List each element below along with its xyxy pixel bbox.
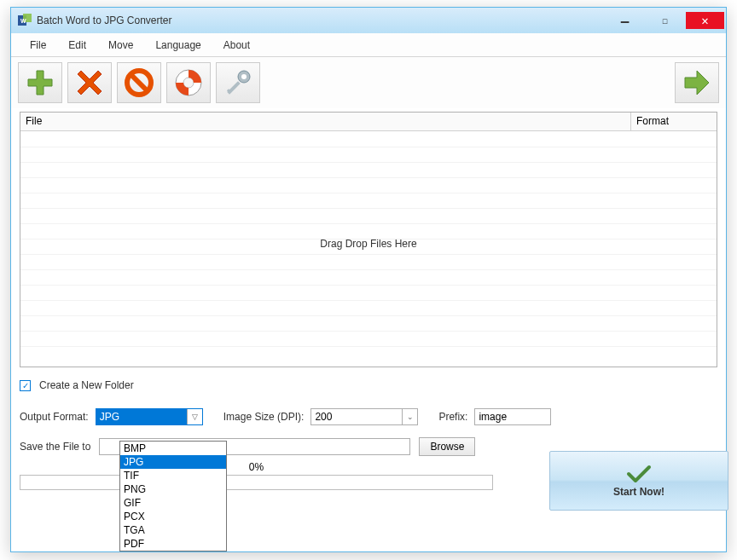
app-icon: W: [18, 14, 32, 27]
dropdown-option[interactable]: GIF: [120, 496, 226, 510]
dropdown-option-selected[interactable]: JPG: [120, 455, 226, 469]
start-button-label: Start Now!: [613, 486, 664, 498]
plus-icon: [25, 67, 55, 98]
image-size-combo[interactable]: 200 ⌄: [310, 408, 418, 425]
clear-button[interactable]: [117, 62, 161, 103]
titlebar-left: W Batch Word to JPG Converter: [18, 14, 172, 27]
add-button[interactable]: [18, 62, 62, 103]
dropdown-option[interactable]: TGA: [120, 523, 226, 537]
menu-move[interactable]: Move: [98, 36, 143, 55]
menu-edit[interactable]: Edit: [58, 36, 96, 55]
progress-bar: [20, 475, 493, 490]
browse-button[interactable]: Browse: [419, 437, 475, 456]
minimize-button[interactable]: —: [606, 12, 644, 29]
register-button[interactable]: [216, 62, 260, 103]
output-format-combo[interactable]: JPG ▽: [96, 408, 203, 425]
file-table-body[interactable]: Drag Drop Files Here: [20, 131, 717, 367]
dropdown-option[interactable]: TIF: [120, 469, 226, 482]
svg-line-4: [131, 75, 147, 90]
lifebuoy-icon: [173, 67, 204, 98]
close-button[interactable]: ✕: [686, 12, 724, 29]
column-format[interactable]: Format: [631, 113, 717, 130]
key-icon: [223, 67, 253, 98]
x-icon: [74, 67, 105, 98]
save-label: Save the File to: [20, 441, 90, 453]
image-size-label: Image Size (DPI):: [223, 411, 305, 423]
prefix-label: Prefix:: [438, 411, 467, 423]
format-row: Output Format: JPG ▽ Image Size (DPI): 2…: [20, 408, 717, 425]
progress-section: 0%: [20, 461, 493, 490]
file-table-header: File Format: [20, 113, 717, 131]
window-title: Batch Word to JPG Converter: [37, 14, 172, 26]
dropdown-option[interactable]: BMP: [120, 442, 226, 455]
start-button[interactable]: Start Now!: [549, 451, 728, 511]
svg-point-6: [183, 78, 194, 88]
checkmark-icon: [626, 464, 652, 484]
titlebar: W Batch Word to JPG Converter — ☐ ✕: [11, 8, 726, 33]
window-controls: — ☐ ✕: [606, 12, 726, 29]
dropdown-option[interactable]: PCX: [120, 510, 226, 523]
remove-button[interactable]: [67, 62, 112, 103]
drag-hint: Drag Drop Files Here: [320, 238, 416, 250]
create-folder-checkbox[interactable]: ✓: [20, 380, 31, 391]
chevron-down-icon: ▽: [187, 409, 202, 424]
content-area: File Format Drag Drop Files Here ✓ Creat…: [11, 108, 726, 499]
chevron-down-icon: ⌄: [402, 409, 417, 424]
menubar: File Edit Move Language About: [11, 33, 726, 57]
dropdown-option[interactable]: PNG: [120, 482, 226, 496]
arrow-right-icon: [682, 67, 712, 98]
menu-language[interactable]: Language: [145, 36, 211, 55]
image-size-value: 200: [311, 411, 402, 423]
dropdown-option[interactable]: PDF: [120, 537, 226, 551]
progress-percent: 0%: [20, 461, 493, 473]
output-format-value: JPG: [96, 411, 187, 423]
create-folder-label: Create a New Folder: [39, 379, 134, 391]
svg-point-8: [241, 74, 247, 79]
no-icon: [124, 67, 154, 98]
output-format-label: Output Format:: [20, 411, 89, 423]
column-file[interactable]: File: [20, 113, 631, 130]
maximize-button[interactable]: ☐: [646, 12, 684, 29]
help-button[interactable]: [166, 62, 211, 103]
file-table: File Format Drag Drop Files Here: [20, 112, 717, 367]
svg-text:W: W: [20, 18, 26, 24]
menu-file[interactable]: File: [20, 36, 56, 55]
prefix-input[interactable]: [474, 408, 551, 425]
output-format-dropdown[interactable]: BMP JPG TIF PNG GIF PCX TGA PDF: [119, 441, 227, 551]
app-window: W Batch Word to JPG Converter — ☐ ✕ File…: [10, 7, 727, 552]
create-folder-row: ✓ Create a New Folder: [20, 379, 717, 391]
convert-button[interactable]: [675, 62, 719, 103]
menu-about[interactable]: About: [213, 36, 260, 55]
toolbar: [11, 57, 726, 108]
